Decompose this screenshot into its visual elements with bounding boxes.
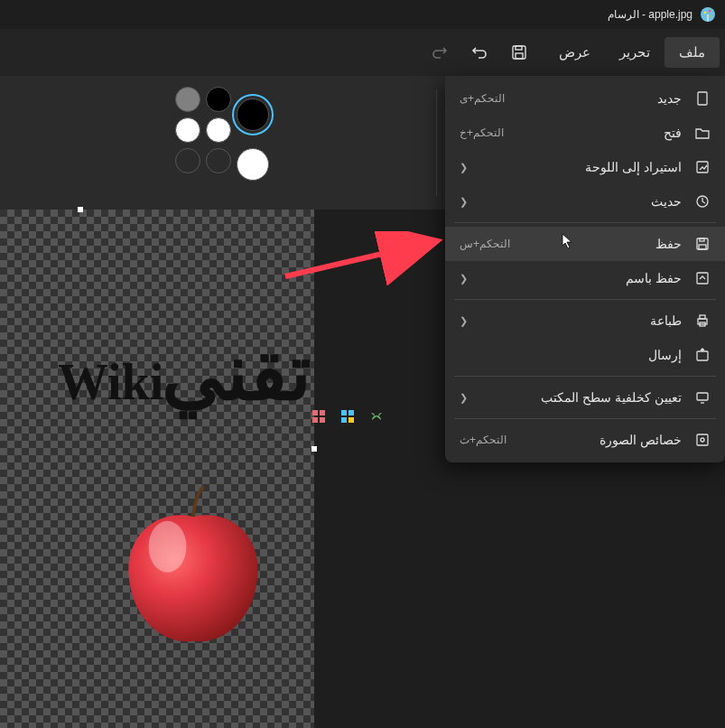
svg-rect-22	[341, 417, 347, 423]
color-white2[interactable]	[206, 117, 231, 143]
shortcut: التحكم+ى	[460, 92, 505, 105]
svg-point-2	[709, 10, 711, 13]
save-icon-button[interactable]	[501, 34, 537, 70]
menu-item-label: حفظ باسم	[626, 271, 682, 285]
menu-item-label: خصائص الصورة	[600, 433, 682, 447]
svg-rect-4	[513, 46, 525, 59]
canvas[interactable]: Wiki تقني	[0, 210, 314, 728]
menu-properties[interactable]: خصائص الصورة التحكم+ث	[445, 423, 725, 457]
quick-actions	[422, 34, 537, 70]
separator	[454, 222, 716, 223]
menu-recent[interactable]: حديث ❮	[445, 184, 725, 219]
svg-rect-19	[320, 417, 325, 423]
properties-icon	[694, 432, 711, 448]
desktop-icon	[694, 389, 711, 406]
menu-item-label: جديد	[657, 91, 682, 106]
color-empty[interactable]	[175, 148, 200, 173]
undo-button[interactable]	[461, 34, 497, 70]
svg-rect-33	[700, 315, 705, 319]
color-black[interactable]	[206, 87, 231, 112]
titlebar: apple.jpg - الرسام	[0, 0, 725, 29]
svg-rect-16	[312, 410, 318, 415]
color-gray[interactable]	[175, 87, 200, 112]
color-palette	[175, 87, 262, 173]
svg-rect-20	[341, 410, 347, 415]
menu-view[interactable]: عرض	[544, 37, 605, 68]
menu-wallpaper[interactable]: تعيين كخلفية سطح المكتب ❮	[445, 380, 725, 415]
menu-import[interactable]: استيراد إلى اللوحة ❮	[445, 150, 725, 184]
shortcut: التحكم+ث	[460, 434, 507, 446]
resize-handle[interactable]	[311, 446, 317, 452]
watermark-icons	[311, 408, 385, 425]
separator	[454, 376, 716, 377]
color-empty[interactable]	[206, 148, 231, 173]
menu-item-label: فتح	[664, 126, 682, 140]
ribbon-group-colors	[0, 76, 436, 210]
menu-item-label: حفظ	[655, 237, 682, 251]
svg-rect-30	[699, 245, 706, 249]
shortcut: التحكم+س	[460, 238, 510, 250]
file-menu-dropdown: جديد التحكم+ى فتح التحكم+خ استيراد إلى ا…	[445, 76, 725, 462]
svg-rect-21	[349, 410, 354, 415]
saveas-icon	[694, 270, 711, 286]
menu-item-label: استيراد إلى اللوحة	[585, 160, 682, 174]
menu-saveas[interactable]: حفظ باسم ❮	[445, 261, 725, 295]
menubar: ملف تحرير عرض	[0, 29, 725, 76]
color-primary-white[interactable]	[237, 148, 269, 181]
menu-edit[interactable]: تحرير	[605, 37, 665, 68]
svg-rect-36	[697, 393, 708, 400]
watermark-logo: Wiki تقني	[58, 327, 376, 417]
menu-item-label: تعيين كخلفية سطح المكتب	[541, 390, 682, 405]
color-white[interactable]	[175, 117, 200, 143]
shortcut: التحكم+خ	[460, 126, 504, 139]
apple-image	[103, 482, 283, 654]
save-icon	[694, 236, 711, 252]
resize-handle[interactable]	[78, 207, 83, 212]
import-icon	[694, 159, 711, 175]
menu-open[interactable]: فتح التحكم+خ	[445, 116, 725, 150]
svg-rect-25	[698, 92, 707, 105]
svg-point-3	[710, 15, 712, 18]
folder-icon	[694, 125, 711, 141]
color-black-selected[interactable]	[237, 98, 269, 131]
print-icon	[694, 313, 711, 329]
redo-button[interactable]	[422, 34, 458, 70]
menu-print[interactable]: طباعة ❮	[445, 303, 725, 338]
menu-item-label: طباعة	[650, 313, 682, 328]
svg-point-24	[149, 521, 187, 573]
chevron-left-icon: ❮	[460, 392, 474, 404]
separator	[454, 418, 716, 419]
svg-rect-6	[516, 53, 523, 59]
paint-app-icon	[700, 6, 716, 23]
new-file-icon	[694, 90, 711, 107]
svg-point-38	[701, 438, 704, 442]
share-icon	[694, 347, 711, 363]
svg-rect-35	[697, 351, 708, 360]
chevron-left-icon: ❮	[460, 315, 474, 327]
svg-rect-29	[700, 238, 704, 241]
svg-rect-37	[697, 434, 708, 445]
watermark-arabic: تقني	[162, 327, 311, 417]
clock-icon	[694, 193, 711, 210]
chevron-left-icon: ❮	[460, 273, 474, 285]
chevron-left-icon: ❮	[460, 196, 474, 208]
svg-rect-5	[516, 46, 522, 50]
menu-new[interactable]: جديد التحكم+ى	[445, 81, 725, 116]
menu-item-label: حديث	[651, 194, 682, 209]
separator	[454, 299, 716, 300]
svg-rect-31	[697, 273, 708, 284]
svg-rect-18	[312, 417, 318, 423]
menu-file[interactable]: ملف	[665, 37, 720, 68]
svg-rect-17	[320, 410, 325, 415]
watermark-wiki: Wiki	[58, 353, 163, 411]
menu-save[interactable]: حفظ التحكم+س	[445, 227, 725, 261]
svg-point-1	[704, 12, 707, 14]
svg-rect-23	[349, 417, 354, 423]
chevron-left-icon: ❮	[460, 162, 474, 173]
window-title: apple.jpg - الرسام	[608, 8, 692, 21]
menu-send[interactable]: إرسال	[445, 338, 725, 372]
menu-item-label: إرسال	[648, 348, 682, 362]
